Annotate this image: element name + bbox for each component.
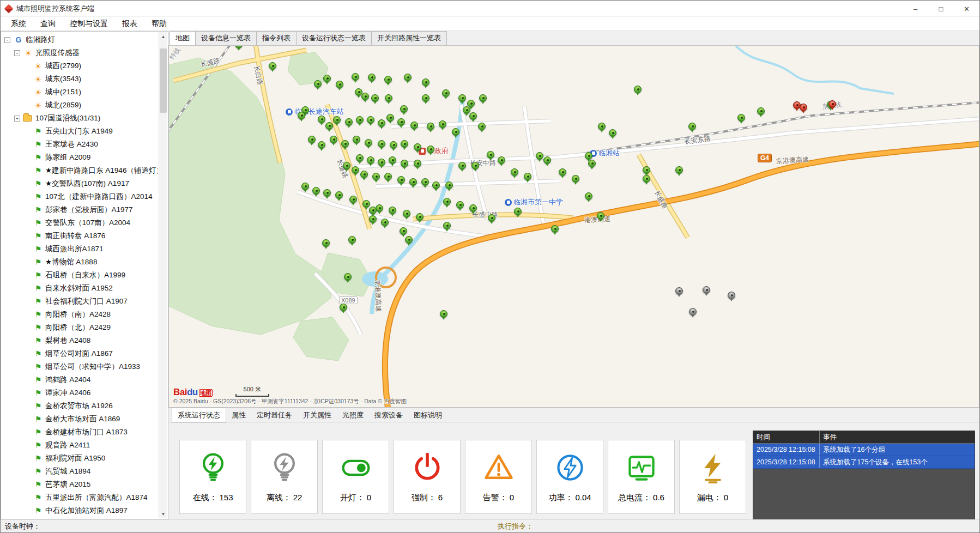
tree-item[interactable]: ⚑梨树巷 A2408 <box>2 334 158 347</box>
device-pin-online[interactable] <box>330 136 337 143</box>
device-pin-online[interactable] <box>414 160 421 167</box>
device-pin-online[interactable] <box>559 168 566 176</box>
device-pin-offline[interactable] <box>689 308 697 316</box>
device-pin-online[interactable] <box>344 273 352 281</box>
bottom-tab-7[interactable]: 图标说明 <box>408 408 447 422</box>
device-pin-online[interactable] <box>353 136 360 143</box>
device-pin-online[interactable] <box>634 86 642 93</box>
device-pin-online[interactable] <box>397 176 405 184</box>
device-pin-alarm[interactable] <box>828 100 836 108</box>
device-pin-online[interactable] <box>543 156 551 164</box>
tree-item[interactable]: ☀城东(3543) <box>2 72 158 86</box>
scroll-thumb[interactable] <box>160 49 167 113</box>
device-pin-online[interactable] <box>511 168 518 176</box>
device-pin-online[interactable] <box>376 204 383 212</box>
device-pin-online[interactable] <box>369 207 377 214</box>
device-pin-online[interactable] <box>314 80 322 88</box>
tree-item[interactable]: ⚑城西派出所A1871 <box>2 243 158 256</box>
device-pin-offline[interactable] <box>675 287 683 295</box>
device-pin-online[interactable] <box>308 136 316 143</box>
device-pin-online[interactable] <box>498 156 505 164</box>
device-pin-online[interactable] <box>389 207 396 214</box>
device-pin-online[interactable] <box>479 94 487 102</box>
tree-item[interactable]: ⚑★交警队西(107南) A1917 <box>2 177 158 190</box>
device-pin-online[interactable] <box>341 140 349 148</box>
device-pin-online[interactable] <box>318 141 325 149</box>
main-tab-5[interactable]: 开关回路属性一览表 <box>371 31 447 45</box>
tree-item[interactable]: ⚑金桥农贸市场 A1926 <box>2 399 158 413</box>
device-pin-online[interactable] <box>401 140 408 148</box>
close-button[interactable]: ✕ <box>954 1 979 17</box>
tree-item[interactable]: ⚑社会福利院大门口 A1907 <box>2 295 158 308</box>
device-pin-online[interactable] <box>421 178 429 186</box>
device-pin-online[interactable] <box>524 173 531 180</box>
device-pin-online[interactable] <box>458 94 466 102</box>
tree-item[interactable]: ⚑观音路 A2411 <box>2 439 158 452</box>
device-pin-online[interactable] <box>367 156 374 164</box>
device-pin-online[interactable] <box>322 239 330 247</box>
device-pin-online[interactable] <box>572 175 579 183</box>
device-pin-online[interactable] <box>443 222 451 229</box>
device-pin-online[interactable] <box>323 75 331 82</box>
scroll-track[interactable] <box>159 41 167 510</box>
tree-item[interactable]: ⚑★建新中路路口东 A1946（辅道灯） <box>2 164 158 177</box>
device-pin-online[interactable] <box>416 213 424 221</box>
device-pin-online[interactable] <box>427 123 434 130</box>
device-pin-online[interactable] <box>336 81 343 88</box>
tree-item[interactable]: ⚑南正街转盘 A1876 <box>2 229 158 243</box>
device-pin-online[interactable] <box>390 141 397 149</box>
tree-item[interactable]: ☀城北(2859) <box>2 99 158 112</box>
main-tab-4[interactable]: 设备运行状态一览表 <box>296 31 372 45</box>
device-pin-online[interactable] <box>318 116 325 123</box>
device-pin-online[interactable] <box>478 123 486 130</box>
device-pin-online[interactable] <box>409 178 417 186</box>
device-pin-online[interactable] <box>378 140 385 148</box>
device-pin-online[interactable] <box>301 183 309 190</box>
device-pin-online[interactable] <box>386 114 394 122</box>
device-pin-online[interactable] <box>514 208 522 215</box>
tree-item[interactable]: ☀城中(2151) <box>2 86 158 99</box>
device-pin-online[interactable] <box>432 181 440 189</box>
device-pin-online[interactable] <box>445 181 453 189</box>
device-pin-online[interactable] <box>469 112 477 120</box>
device-pin-online[interactable] <box>378 159 385 166</box>
event-log-row[interactable]: 2025/3/28 12:15:08系统加载了175个设备，在线153个 <box>753 456 975 469</box>
tree-item[interactable]: -107国道沿线(31/31) <box>2 112 158 125</box>
device-pin-online[interactable] <box>352 73 359 81</box>
device-pin-online[interactable] <box>452 128 459 136</box>
tree-item[interactable]: ⚑自来水斜对面 A1952 <box>2 282 158 295</box>
tree-item[interactable]: ⚑芭茅塘 A2015 <box>2 478 158 491</box>
menu-item-5[interactable]: 帮助 <box>144 17 174 31</box>
device-pin-online[interactable] <box>469 204 477 212</box>
tree-item[interactable]: ⚑向阳桥（北）A2429 <box>2 321 158 334</box>
device-pin-online[interactable] <box>442 89 450 97</box>
device-pin-online[interactable] <box>340 304 347 311</box>
main-tab-3[interactable]: 指令列表 <box>256 31 297 45</box>
device-pin-online[interactable] <box>345 118 353 126</box>
device-pin-online[interactable] <box>312 187 320 195</box>
device-pin-online[interactable] <box>397 118 405 126</box>
device-pin-online[interactable] <box>410 122 418 129</box>
device-pin-online[interactable] <box>325 122 333 130</box>
device-pin-online[interactable] <box>456 201 464 209</box>
tree-item[interactable]: ⚑石咀桥（自来水）A1999 <box>2 269 158 282</box>
device-pin-online[interactable] <box>362 200 370 208</box>
tree-item[interactable]: ⚑交警队东（107南）A2004 <box>2 216 158 229</box>
device-pin-online[interactable] <box>488 214 495 222</box>
tree-expander-icon[interactable]: - <box>4 37 10 43</box>
device-pin-online[interactable] <box>356 154 364 162</box>
device-pin-online[interactable] <box>389 156 396 164</box>
tree-item[interactable]: ⚑107北（建新中路路口西）A2014 <box>2 190 158 203</box>
main-tab-1[interactable]: 地图 <box>170 31 196 45</box>
device-pin-alarm[interactable] <box>800 104 807 111</box>
device-pin-online[interactable] <box>333 116 341 124</box>
device-pin-online[interactable] <box>643 166 650 174</box>
tree-item[interactable]: -G临湘路灯 <box>2 33 158 46</box>
device-pin-online[interactable] <box>688 123 696 130</box>
tree-expander-icon[interactable]: - <box>14 50 20 56</box>
tree-scrollbar[interactable]: ▲ ▼ <box>159 32 167 518</box>
device-pin-online[interactable] <box>414 143 421 151</box>
bottom-tab-6[interactable]: 搜索设备 <box>369 408 408 422</box>
device-pin-online[interactable] <box>471 162 479 169</box>
device-pin-online[interactable] <box>643 175 650 183</box>
